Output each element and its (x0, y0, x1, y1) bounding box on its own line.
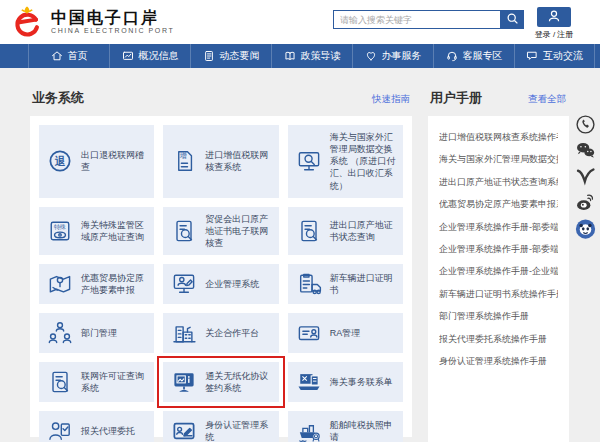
tui-circle-icon: 退 (46, 147, 74, 175)
monitor-user-icon (170, 270, 198, 298)
manual-list-item[interactable]: 进口增值税联网核查系统操作手册 (439, 126, 558, 148)
business-tile[interactable]: 新车辆进口证明书 (288, 264, 403, 304)
tile-label: 进口增值税联网核查系统 (205, 149, 271, 173)
v-icon[interactable] (575, 166, 596, 187)
business-tile[interactable]: 退出口退税联网稽查 (39, 125, 154, 198)
nav-item-label: 互动交流 (543, 49, 583, 63)
policy-book-icon (284, 50, 296, 62)
business-tile[interactable]: 海关事务联系单 (288, 362, 403, 402)
tile-label: 企业管理系统 (205, 278, 259, 290)
quick-guide-link[interactable]: 快速指南 (372, 93, 410, 106)
doc-search-icon (295, 217, 323, 245)
svg-text:增: 增 (179, 153, 187, 161)
monitor-search-icon (295, 147, 323, 175)
manual-list-item[interactable]: 身份认证管理系统操作手册 (439, 350, 558, 372)
nav-item-label: 客服专区 (463, 49, 503, 63)
manual-list-item[interactable]: 海关与国家外汇管理局数据交换系 (439, 148, 558, 170)
business-tile[interactable]: RA管理 (288, 313, 403, 353)
support-headset-icon (446, 50, 458, 62)
services-heart-icon (365, 50, 377, 62)
interaction-chat-icon (526, 50, 538, 62)
map-pin-icon (46, 270, 74, 298)
manual-list-item[interactable]: 报关代理委托系统操作手册 (439, 328, 558, 350)
login-button[interactable] (537, 7, 571, 27)
id-card-icon (295, 319, 323, 347)
user-icon (547, 9, 561, 26)
manual-list-item[interactable]: 部门管理系统操作手册 (439, 305, 558, 327)
business-tile[interactable]: 部门管理 (39, 313, 154, 353)
nav-item-1[interactable]: 首页 (28, 44, 109, 68)
business-tile[interactable]: 身份认证管理系统 (163, 411, 278, 442)
nav-item-label: 概况信息 (139, 49, 179, 63)
eport-logo-icon (10, 5, 44, 39)
special-zone-icon: 特殊 (46, 217, 74, 245)
business-tile[interactable]: 进出口原产地证书状态查询 (288, 207, 403, 255)
vat-doc-icon: 增 (170, 147, 198, 175)
clipboard-truck-icon (295, 270, 323, 298)
manual-list-item[interactable]: 优惠贸易协定原产地要素申报系统 (439, 193, 558, 215)
doc-search-icon (46, 368, 74, 396)
business-tile-highlighted[interactable]: 通关无纸化协议签约系统 (163, 362, 278, 402)
search-button[interactable] (500, 10, 524, 29)
tile-label: 贸促会出口原产地证书电子联网核查 (205, 213, 271, 249)
laptop-doc-icon (295, 368, 323, 396)
tile-label: 优惠贸易协定原产地要素申报 (81, 272, 147, 296)
brand-text: 中国电子口岸 CHINA ELECTRONIC PORT (51, 9, 174, 35)
business-grid: 退出口退税联网稽查增进口增值税联网核查系统海关与国家外汇管理局数据交换系统 （原… (39, 125, 403, 442)
tile-label: 联网许可证查询系统 (81, 370, 147, 394)
business-tile[interactable]: 联网许可证查询系统 (39, 362, 154, 402)
tile-label: 新车辆进口证明书 (330, 272, 396, 296)
brand-name-cn: 中国电子口岸 (51, 9, 174, 26)
login-register-link[interactable]: 登录 / 注册 (534, 29, 574, 40)
logo[interactable]: 中国电子口岸 CHINA ELECTRONIC PORT (10, 5, 174, 39)
nav-item-3[interactable]: 动态要闻 (190, 44, 271, 68)
manual-list-item[interactable]: 企业管理系统操作手册-部委端 (439, 238, 558, 260)
navbar: 首页概况信息动态要闻政策导读办事服务客服专区互动交流 (0, 44, 600, 68)
social-sidebar (572, 114, 598, 239)
tile-label: 海关特殊监管区域原产地证查询 (81, 219, 147, 243)
nav-item-2[interactable]: 概况信息 (109, 44, 190, 68)
ship-icon (295, 417, 323, 442)
business-tile[interactable]: 增进口增值税联网核查系统 (163, 125, 278, 198)
manual-list-item[interactable]: 企业管理系统操作手册-企业端 (439, 260, 558, 282)
tile-label: 海关与国家外汇管理局数据交换系统 （原进口付汇、出口收汇系统） (330, 131, 396, 192)
customer-service-icon[interactable] (575, 218, 596, 239)
nav-item-4[interactable]: 政策导读 (271, 44, 352, 68)
tile-label: 部门管理 (81, 327, 117, 339)
overview-chart-icon (122, 50, 134, 62)
business-tile[interactable]: 优惠贸易协定原产地要素申报 (39, 264, 154, 304)
business-tile[interactable]: 船舶吨税执照申请 (288, 411, 403, 442)
business-tile[interactable]: 贸促会出口原产地证书电子联网核查 (163, 207, 278, 255)
phone-icon[interactable] (575, 114, 596, 135)
view-all-link[interactable]: 查看全部 (528, 93, 566, 106)
nav-item-6[interactable]: 客服专区 (433, 44, 514, 68)
tile-label: 关企合作平台 (205, 327, 259, 339)
nav-item-5[interactable]: 办事服务 (352, 44, 433, 68)
business-panel: 退出口退税联网稽查增进口增值税联网核查系统海关与国家外汇管理局数据交换系统 （原… (30, 116, 412, 437)
tile-label: 海关事务联系单 (330, 376, 393, 388)
business-section-title: 业务系统 (32, 89, 84, 107)
manual-list-item[interactable]: 进出口原产地证书状态查询系统操 (439, 171, 558, 193)
wechat-icon[interactable] (575, 140, 596, 161)
nav-item-label: 动态要闻 (220, 49, 260, 63)
weibo-icon[interactable] (575, 192, 596, 213)
nav-item-label: 办事服务 (382, 49, 422, 63)
business-tile[interactable]: 报关代理委托 (39, 411, 154, 442)
tile-label: RA管理 (330, 327, 361, 339)
agent-clipboard-icon (46, 417, 74, 442)
business-tile[interactable]: 关企合作平台 (163, 313, 278, 353)
search-input[interactable] (333, 10, 500, 29)
manual-list-item[interactable]: 新车辆进口证明书系统操作手册 (439, 283, 558, 305)
page: 中国电子口岸 CHINA ELECTRONIC PORT 登录 / 注册 首页概… (0, 0, 600, 442)
business-tile[interactable]: 特殊海关特殊监管区域原产地证查询 (39, 207, 154, 255)
nav-item-7[interactable]: 互动交流 (514, 44, 595, 68)
nav-item-label: 首页 (68, 49, 88, 63)
business-tile[interactable]: 企业管理系统 (163, 264, 278, 304)
brand-name-en: CHINA ELECTRONIC PORT (51, 26, 174, 35)
business-tile[interactable]: 海关与国家外汇管理局数据交换系统 （原进口付汇、出口收汇系统） (288, 125, 403, 198)
tile-label: 报关代理委托 (81, 425, 135, 437)
tile-label: 身份认证管理系统 (205, 419, 271, 442)
manual-list-item[interactable]: 企业管理系统操作手册-部委端 (439, 216, 558, 238)
nav-item-label: 政策导读 (301, 49, 341, 63)
id-sign-icon (170, 417, 198, 442)
